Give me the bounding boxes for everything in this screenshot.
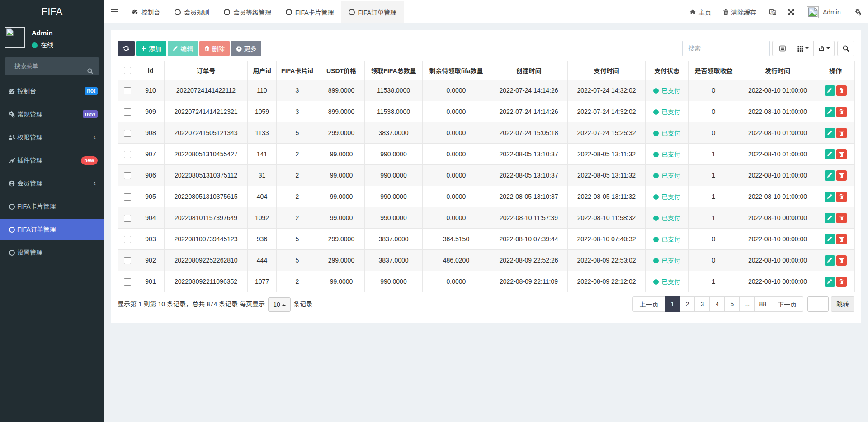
svg-text:A: A xyxy=(774,11,776,14)
